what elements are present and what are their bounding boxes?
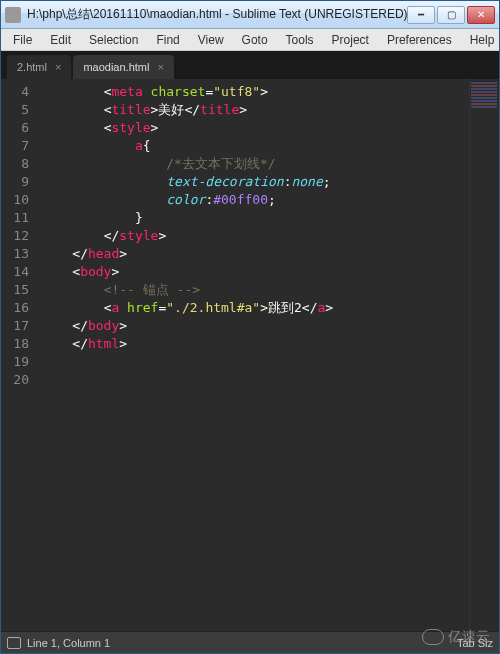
app-icon — [5, 7, 21, 23]
menu-find[interactable]: Find — [148, 31, 187, 49]
menu-preferences[interactable]: Preferences — [379, 31, 460, 49]
tab-label: maodian.html — [83, 61, 149, 73]
menu-goto[interactable]: Goto — [234, 31, 276, 49]
maximize-button[interactable]: ▢ — [437, 6, 465, 24]
tab-size[interactable]: Tab Siz — [457, 637, 493, 649]
minimap-thumb — [471, 81, 497, 121]
minimap[interactable] — [469, 79, 499, 631]
menu-selection[interactable]: Selection — [81, 31, 146, 49]
minimize-button[interactable]: ━ — [407, 6, 435, 24]
code-area[interactable]: <meta charset="utf8"> <title>美好</title> … — [37, 79, 469, 631]
panel-icon[interactable] — [7, 637, 21, 649]
close-button[interactable]: ✕ — [467, 6, 495, 24]
gutter: 4567891011121314151617181920 — [1, 79, 37, 631]
app-window: H:\php\总结\20161110\maodian.html - Sublim… — [0, 0, 500, 654]
menu-view[interactable]: View — [190, 31, 232, 49]
menu-file[interactable]: File — [5, 31, 40, 49]
statusbar: Line 1, Column 1 Tab Siz — [1, 631, 499, 653]
window-controls: ━ ▢ ✕ — [407, 6, 495, 24]
menu-project[interactable]: Project — [324, 31, 377, 49]
cursor-position: Line 1, Column 1 — [27, 637, 110, 649]
close-icon[interactable]: × — [55, 61, 61, 73]
menu-tools[interactable]: Tools — [278, 31, 322, 49]
window-title: H:\php\总结\20161110\maodian.html - Sublim… — [27, 6, 407, 23]
editor[interactable]: 4567891011121314151617181920 <meta chars… — [1, 79, 499, 631]
tab-label: 2.html — [17, 61, 47, 73]
menubar: File Edit Selection Find View Goto Tools… — [1, 29, 499, 51]
tabbar: 2.html × maodian.html × — [1, 51, 499, 79]
titlebar[interactable]: H:\php\总结\20161110\maodian.html - Sublim… — [1, 1, 499, 29]
close-icon[interactable]: × — [157, 61, 163, 73]
tab-2html[interactable]: 2.html × — [7, 55, 71, 79]
tab-maodian[interactable]: maodian.html × — [73, 55, 173, 79]
menu-help[interactable]: Help — [462, 31, 500, 49]
menu-edit[interactable]: Edit — [42, 31, 79, 49]
